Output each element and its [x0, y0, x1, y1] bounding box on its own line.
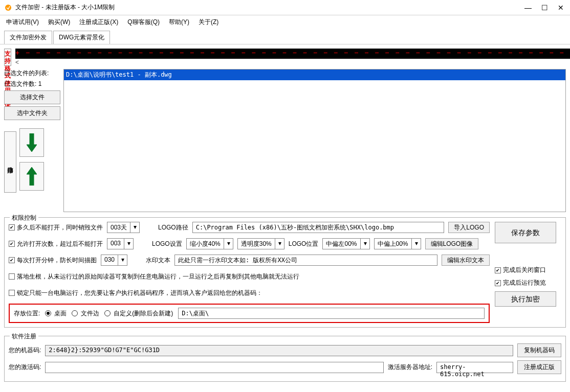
- chevron-down-icon[interactable]: ▾: [124, 239, 133, 249]
- menu-bar: 申请试用(V) 购买(W) 注册成正版(X) Q聊客服(Q) 帮助(Y) 关于(…: [0, 15, 570, 29]
- chevron-down-icon[interactable]: ▾: [360, 239, 369, 249]
- move-down-button[interactable]: [19, 128, 44, 157]
- svg-marker-2: [27, 145, 37, 152]
- move-up-button[interactable]: [19, 162, 44, 191]
- window-title: 文件加密 - 未注册版本 - 大小1M限制: [15, 3, 523, 12]
- file-count-label: 已选文件数: 1: [4, 80, 60, 88]
- cb-mins[interactable]: 每次打开分钟，防长时间描图: [9, 256, 97, 265]
- logo-pos-label: LOGO位置: [289, 240, 319, 248]
- close-button[interactable]: ✕: [556, 4, 566, 12]
- menu-trial[interactable]: 申请试用(V): [6, 18, 39, 27]
- activation-server-input[interactable]: sherry-615.oicp.net: [436, 362, 513, 373]
- combo-alpha[interactable]: 透明度30%▾: [237, 238, 284, 249]
- cb-lock[interactable]: 锁定只能一台电脑运行，您先要让客户执行机器码程序，进而填入客户返回给您的机器码：: [9, 289, 262, 297]
- watermark-input[interactable]: 此处只需一行水印文本如: 版权所有XX公司: [174, 255, 437, 266]
- menu-qchat[interactable]: Q聊客服(Q): [127, 18, 160, 27]
- combo-pos-left[interactable]: 中偏左00%▾: [322, 238, 369, 249]
- machine-code-input[interactable]: 2:648}2}:52939"GD!G7"E"GC!G31D: [45, 345, 513, 356]
- activation-code-label: 您的激活码:: [9, 363, 41, 372]
- svg-marker-3: [27, 167, 37, 174]
- cb-preview-after[interactable]: 完成后运行预览: [495, 279, 561, 287]
- savepos-path-input[interactable]: D:\桌面\: [178, 308, 485, 319]
- title-bar: 文件加密 - 未注册版本 - 大小1M限制 — ☐ ✕: [0, 0, 570, 15]
- svg-point-0: [5, 5, 11, 11]
- activation-code-input[interactable]: [45, 362, 383, 373]
- register-full-button[interactable]: 注册成正版: [517, 360, 561, 374]
- file-item[interactable]: D:\桌面\说明书\test1 - 副本.dwg: [64, 70, 565, 80]
- menu-about[interactable]: 关于(Z): [199, 18, 218, 27]
- radio-desktop[interactable]: 桌面: [45, 309, 67, 318]
- file-list-label: 已选文件的列表:: [4, 69, 60, 78]
- activation-server-label: 激活服务器地址:: [388, 363, 432, 372]
- chevron-down-icon[interactable]: ▾: [411, 239, 421, 249]
- svg-rect-4: [30, 174, 34, 186]
- watermark-label: 水印文本: [146, 256, 170, 265]
- save-location-box: 存放位置: 桌面 文件边 自定义(删除后会新建) D:\桌面\: [9, 304, 490, 323]
- minimize-button[interactable]: —: [523, 4, 533, 12]
- cb-days[interactable]: 多久后不能打开，同时销毁文件: [9, 223, 103, 232]
- tab-dwg-bg[interactable]: DWG元素背景化: [53, 31, 110, 44]
- perm-legend: 权限控制: [10, 214, 38, 222]
- chevron-down-icon[interactable]: ▾: [130, 222, 139, 233]
- tab-encrypt[interactable]: 文件加密外发: [4, 31, 52, 44]
- menu-buy[interactable]: 购买(W): [48, 18, 70, 27]
- chevron-down-icon[interactable]: ▾: [224, 239, 233, 249]
- scroll-left-icon[interactable]: <: [15, 59, 19, 66]
- savepos-label: 存放位置:: [14, 309, 40, 318]
- select-files-button[interactable]: 选择文件: [4, 90, 60, 104]
- edit-watermark-button[interactable]: 编辑水印文本: [442, 255, 490, 266]
- tabs: 文件加密外发 DWG元素背景化: [0, 29, 570, 44]
- combo-days[interactable]: 003天▾: [107, 222, 140, 233]
- svg-rect-1: [30, 133, 34, 145]
- combo-scale[interactable]: 缩小度40%▾: [186, 238, 233, 249]
- auto-sort-button[interactable]: 自动排序: [4, 131, 16, 193]
- chevron-down-icon[interactable]: ▾: [275, 239, 284, 249]
- logo-path-label: LOGO路径: [158, 223, 188, 232]
- maximize-button[interactable]: ☐: [539, 4, 550, 12]
- logo-set-label: LOGO设置: [152, 240, 182, 248]
- cb-close-after[interactable]: 完成后关闭窗口: [495, 266, 561, 274]
- copy-machine-code-button[interactable]: 复制机器码: [517, 343, 561, 357]
- radio-custom[interactable]: 自定义(删除后会新建): [104, 309, 173, 318]
- save-params-button[interactable]: 保存参数: [495, 222, 556, 243]
- chevron-down-icon[interactable]: ▾: [118, 255, 127, 265]
- app-icon: [4, 4, 12, 12]
- support-format-button[interactable]: 支持格式 使用必读: [4, 49, 11, 66]
- marquee-strip: + − − − − − − − − − − − − − − − − − − − …: [15, 49, 570, 66]
- cb-count[interactable]: 允许打开次数，超过后不能打开: [9, 240, 103, 248]
- combo-pos-top[interactable]: 中偏上00%▾: [374, 238, 421, 249]
- combo-mins[interactable]: 030▾: [101, 255, 127, 266]
- select-folder-button[interactable]: 选中文件夹: [4, 106, 60, 120]
- menu-help[interactable]: 帮助(Y): [169, 18, 189, 27]
- file-listbox[interactable]: D:\桌面\说明书\test1 - 副本.dwg: [63, 69, 566, 212]
- logo-path-input[interactable]: C:\Program Files (x86)\五秒-图纸文档加密系统\SHX\l…: [192, 222, 445, 233]
- radio-fileside[interactable]: 文件边: [72, 309, 99, 318]
- edit-logo-button[interactable]: 编辑LOGO图像: [425, 238, 479, 249]
- menu-register[interactable]: 注册成正版(X): [79, 18, 118, 27]
- machine-code-label: 您的机器码:: [9, 346, 41, 355]
- reg-legend: 软件注册: [10, 332, 38, 341]
- cb-root[interactable]: 落地生根，从未运行过的原始阅读器可复制到任意电脑运行，一旦运行之后再复制到其他电…: [9, 272, 299, 281]
- import-logo-button[interactable]: 导入LOGO: [448, 222, 490, 233]
- combo-count[interactable]: 003▾: [107, 238, 134, 249]
- execute-encrypt-button[interactable]: 执行加密: [495, 291, 556, 307]
